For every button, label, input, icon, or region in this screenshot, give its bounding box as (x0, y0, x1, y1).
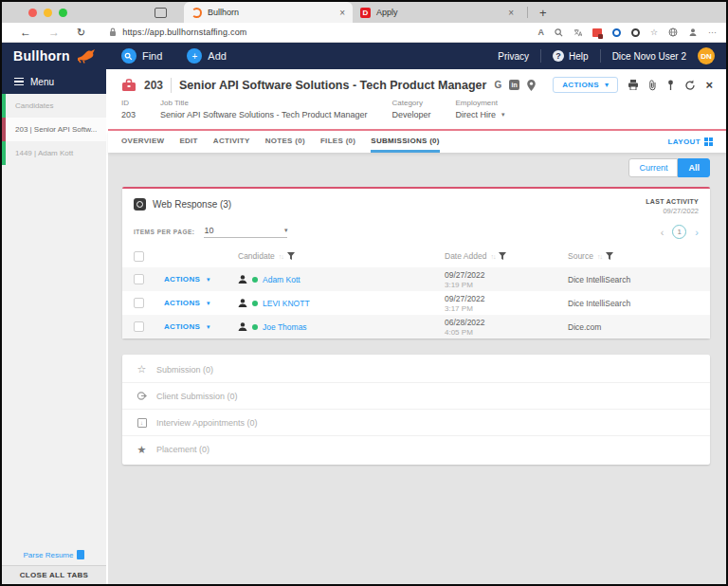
browser-tab-bullhorn[interactable]: Bullhorn × (184, 2, 353, 23)
section-submission[interactable]: ☆ Submission (0) (122, 357, 710, 383)
close-window-button[interactable] (28, 9, 37, 17)
profile-icon[interactable] (688, 27, 698, 37)
field-category: Category Developer (391, 99, 430, 119)
linkedin-icon[interactable]: in (509, 80, 519, 90)
map-pin-icon[interactable] (527, 80, 536, 91)
refresh-icon[interactable] (684, 80, 696, 91)
sidebar-item-job-203[interactable]: 203 | Senior API Softw... (2, 118, 106, 141)
close-tab-icon[interactable]: × (339, 8, 345, 18)
items-per-page-label: ITEMS PER PAGE: (134, 229, 194, 235)
sidebar-item-candidates[interactable]: Candidates (2, 94, 106, 118)
tab-files[interactable]: FILES (0) (320, 131, 355, 153)
maximize-window-button[interactable] (59, 9, 67, 17)
chevron-down-icon: ▾ (207, 276, 210, 284)
dice-extension-icon[interactable] (592, 28, 602, 37)
actions-label: ACTIONS (164, 322, 200, 331)
help-button[interactable]: ? Help (553, 50, 589, 62)
column-label: Date Added (445, 251, 486, 261)
blue-extension-icon[interactable] (612, 28, 621, 37)
reader-mode-icon[interactable]: A (537, 27, 544, 37)
pin-tab-icon[interactable] (666, 80, 675, 91)
sort-icon[interactable]: ↑↓ (490, 253, 495, 260)
row-checkbox[interactable] (134, 298, 144, 308)
google-search-icon[interactable]: G (494, 80, 501, 90)
date-value: 09/27/2022 (445, 270, 568, 280)
prev-page-button[interactable]: ‹ (661, 227, 664, 238)
sidebar-item-candidate-1449[interactable]: 1449 | Adam Kott (2, 141, 106, 165)
back-icon[interactable]: ← (20, 26, 31, 39)
user-menu[interactable]: Dice Novo User 2 (612, 51, 686, 62)
tab-submissions[interactable]: SUBMISSIONS (0) (371, 131, 440, 153)
page-number[interactable]: 1 (672, 225, 686, 239)
candidate-link[interactable]: LEVI KNOTT (263, 299, 310, 308)
person-icon (238, 275, 247, 284)
browser-tab-apply[interactable]: D Apply × (353, 2, 521, 23)
globe-icon[interactable] (668, 27, 678, 37)
last-activity-label: LAST ACTIVITY (646, 198, 699, 205)
source-cell: Dice IntelliSearch (568, 299, 710, 308)
row-checkbox[interactable] (134, 274, 144, 284)
sort-icon[interactable]: ↑↓ (279, 253, 283, 260)
section-placement[interactable]: ★ Placement (0) (122, 436, 710, 463)
select-all-checkbox[interactable] (134, 251, 144, 262)
section-label: Placement (0) (156, 445, 209, 454)
field-label: Category (391, 99, 430, 107)
menu-label: Menu (30, 77, 54, 87)
sort-icon[interactable]: ↑↓ (597, 253, 602, 260)
status-dot (252, 277, 258, 283)
layout-button[interactable]: LAYOUT (667, 137, 713, 146)
column-candidate[interactable]: Candidate ↑↓ (238, 251, 445, 261)
column-date-added[interactable]: Date Added ↑↓ (445, 251, 568, 261)
parse-resume-button[interactable]: Parse Resume (2, 544, 106, 565)
close-tab-icon[interactable]: × (508, 8, 514, 18)
avatar[interactable]: DN (698, 47, 715, 64)
tab-overview-icon[interactable] (155, 8, 167, 18)
new-tab-button[interactable]: + (534, 6, 553, 20)
candidate-link[interactable]: Adam Kott (263, 275, 300, 284)
minimize-window-button[interactable] (44, 9, 52, 17)
items-per-page-select[interactable]: 10 ▾ (204, 226, 287, 238)
row-actions-button[interactable]: ACTIONS ▾ (151, 322, 238, 331)
tab-activity[interactable]: ACTIVITY (213, 131, 250, 153)
privacy-link[interactable]: Privacy (498, 51, 529, 62)
forward-icon[interactable]: → (48, 26, 60, 39)
close-record-icon[interactable]: × (705, 78, 713, 92)
row-actions-button[interactable]: ACTIONS ▾ (151, 275, 238, 284)
tab-overview[interactable]: OVERVIEW (121, 131, 164, 153)
section-client-submission[interactable]: Client Submission (0) (122, 383, 710, 410)
favorites-star-icon[interactable]: ☆ (650, 27, 658, 37)
add-button[interactable]: + Add (187, 48, 227, 64)
close-all-tabs-button[interactable]: CLOSE ALL TABS (2, 565, 106, 584)
more-menu-icon[interactable]: ··· (708, 27, 717, 37)
print-icon[interactable] (628, 80, 639, 90)
candidate-link[interactable]: Joe Thomas (263, 322, 307, 332)
next-page-button[interactable]: › (695, 227, 699, 238)
current-toggle-button[interactable]: Current (628, 158, 678, 177)
web-response-title-row: Web Response (3) (134, 198, 231, 211)
translate-icon[interactable] (573, 28, 582, 37)
attachment-icon[interactable] (648, 80, 657, 91)
reload-icon[interactable]: ↻ (77, 27, 85, 39)
menu-toggle[interactable]: Menu (2, 69, 106, 94)
tab-edit[interactable]: EDIT (179, 131, 197, 153)
field-employment[interactable]: Employment Direct Hire ▾ (456, 99, 505, 119)
lock-icon[interactable] (109, 27, 117, 37)
parse-resume-label: Parse Resume (24, 551, 74, 559)
row-checkbox[interactable] (134, 321, 144, 332)
column-source[interactable]: Source ↑↓ (568, 251, 710, 261)
find-button[interactable]: Find (121, 48, 162, 64)
actions-button[interactable]: ACTIONS ▾ (553, 77, 618, 93)
all-toggle-button[interactable]: All (678, 158, 710, 177)
filter-icon[interactable] (499, 252, 506, 261)
field-value: 203 (121, 110, 136, 119)
section-interview-appointments[interactable]: ↓ Interview Appointments (0) (122, 410, 710, 436)
dark-extension-icon[interactable] (631, 28, 640, 37)
filter-icon[interactable] (287, 252, 295, 261)
candidate-cell: Adam Kott (238, 275, 445, 284)
zoom-icon[interactable] (555, 28, 563, 37)
tab-notes[interactable]: NOTES (0) (265, 131, 305, 153)
row-actions-button[interactable]: ACTIONS ▾ (151, 299, 238, 307)
url-text[interactable]: https://app.bullhornstaffing.com (122, 27, 246, 37)
window-controls (28, 9, 67, 17)
filter-icon[interactable] (606, 252, 613, 261)
